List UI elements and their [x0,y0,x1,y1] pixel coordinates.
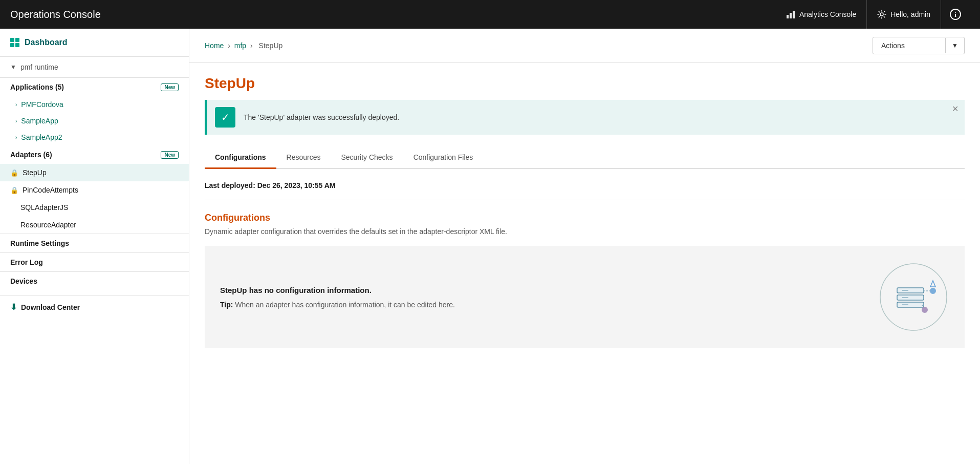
alert-close-button[interactable]: ✕ [952,105,959,113]
chevron-right-icon: › [15,118,17,124]
configurations-section-title: Configurations [205,213,965,223]
actions-dropdown[interactable]: Actions ▼ [873,37,965,54]
chevron-down-icon: ▼ [945,38,964,53]
config-box-text: StepUp has no configuration information.… [220,286,455,309]
sidebar-item-sqladapterjs[interactable]: SQLAdapterJS [0,199,189,216]
tab-security-checks[interactable]: Security Checks [331,147,403,169]
alert-message: The 'StepUp' adapter was successfully de… [244,113,956,121]
top-navigation: Operations Console Analytics Console Hel… [0,0,980,29]
sidebar-item-download-center[interactable]: ⬇ Download Center [0,296,189,318]
breadcrumb-mfp[interactable]: mfp [234,41,246,50]
no-config-title: StepUp has no configuration information. [220,286,455,294]
download-icon: ⬇ [10,302,17,312]
svg-rect-1 [790,13,792,18]
tab-configurations[interactable]: Configurations [205,147,276,169]
main-content: Home › mfp › StepUp Actions ▼ StepUp ✓ T… [189,29,980,464]
svg-text:i: i [954,11,956,18]
analytics-console-button[interactable]: Analytics Console [776,0,866,29]
tab-configuration-files[interactable]: Configuration Files [403,147,484,169]
svg-rect-8 [897,295,924,300]
applications-new-badge: New [161,83,179,91]
breadcrumb: Home › mfp › StepUp [205,41,285,50]
alert-icon-circle: ✓ [215,107,235,128]
svg-rect-0 [787,15,789,18]
last-deployed: Last deployed: Dec 26, 2023, 10:55 AM [205,181,965,200]
sidebar-item-runtime-settings[interactable]: Runtime Settings [0,234,189,252]
page-title: StepUp [205,75,965,92]
applications-header: Applications (5) New [0,78,189,96]
breadcrumb-current: StepUp [259,41,283,50]
adapters-new-badge: New [161,151,179,159]
svg-rect-7 [897,288,924,293]
sidebar-item-sampleapp2[interactable]: › SampleApp2 [0,129,189,145]
sidebar: Dashboard ▼ pmf runtime Applications (5)… [0,29,189,464]
chevron-right-icon: › [15,102,17,108]
sidebar-item-error-log[interactable]: Error Log [0,252,189,271]
top-nav-right: Analytics Console Hello, admin i [776,0,970,29]
chevron-right-icon: › [15,135,17,140]
sidebar-item-pincodeattempts[interactable]: 🔒 PinCodeAttempts [0,181,189,199]
analytics-icon [786,10,795,19]
sidebar-item-dashboard[interactable]: Dashboard [0,29,189,57]
lock-icon: 🔒 [10,186,18,194]
breadcrumb-home[interactable]: Home [205,41,224,50]
adapters-header: Adapters (6) New [0,145,189,164]
actions-label: Actions [873,37,945,54]
configurations-description: Dynamic adapter configuration that overr… [205,227,965,236]
tab-resources[interactable]: Resources [276,147,331,169]
main-layout: Dashboard ▼ pmf runtime Applications (5)… [0,29,980,464]
gear-icon [877,10,886,19]
sidebar-item-resourceadapter[interactable]: ResourceAdapter [0,216,189,234]
svg-marker-17 [930,281,935,287]
sidebar-item-stepup[interactable]: 🔒 StepUp [0,164,189,181]
lock-icon: 🔒 [10,169,18,177]
adapters-label: Adapters (6) [10,151,52,159]
app-title: Operations Console [10,9,101,20]
admin-button[interactable]: Hello, admin [866,0,941,29]
chevron-down-icon: ▼ [10,64,16,71]
info-button[interactable]: i [941,0,970,29]
config-illustration [878,261,949,333]
config-info-box: StepUp has no configuration information.… [205,246,965,348]
success-alert: ✓ The 'StepUp' adapter was successfully … [205,100,965,135]
content-header: Home › mfp › StepUp Actions ▼ [189,29,980,63]
svg-point-14 [922,307,928,313]
svg-rect-9 [897,302,924,307]
dashboard-icon [10,38,19,47]
svg-rect-2 [793,11,795,18]
svg-point-13 [930,288,936,294]
sidebar-item-pmfcordova[interactable]: › PMFCordova [0,96,189,113]
content-body: StepUp ✓ The 'StepUp' adapter was succes… [189,63,980,361]
config-tip: Tip: When an adapter has configuration i… [220,301,455,309]
applications-label: Applications (5) [10,83,64,91]
svg-point-3 [880,13,883,16]
info-icon: i [950,9,961,20]
sidebar-item-sampleapp[interactable]: › SampleApp [0,113,189,129]
check-icon: ✓ [221,111,230,123]
sidebar-item-devices[interactable]: Devices [0,271,189,290]
sidebar-runtime-section[interactable]: ▼ pmf runtime [0,57,189,78]
tabs: Configurations Resources Security Checks… [205,147,965,169]
